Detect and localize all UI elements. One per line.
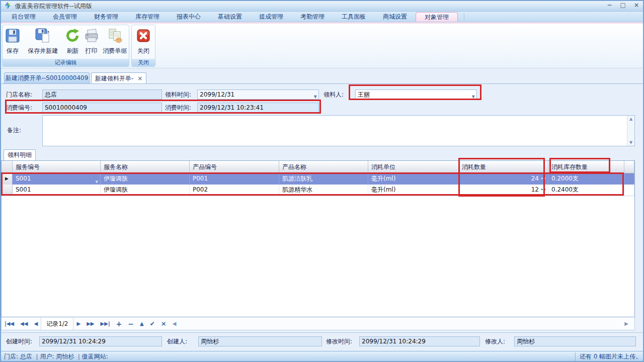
cell-stock-qty[interactable]: 0.2000支	[548, 173, 624, 185]
consume-no-field[interactable]: S0010000409	[42, 103, 162, 113]
menu-tab-finance[interactable]: 财务管理	[86, 12, 127, 22]
cell-product-no[interactable]: P001	[190, 173, 279, 185]
nav-prior-icon[interactable]: ◀	[31, 321, 41, 326]
menu-bar: 前台管理 会员管理 财务管理 库存管理 报表中心 基础设置 提成管理 考勤管理 …	[0, 12, 644, 22]
menu-tab-members[interactable]: 会员管理	[44, 12, 86, 22]
consume-receipt-button[interactable]: 消费单据	[101, 27, 129, 55]
record-count-label: 记录1/2	[41, 318, 73, 330]
print-button[interactable]: 打印	[82, 27, 101, 55]
cell-product-name[interactable]: 肌源精华水	[279, 185, 368, 196]
cell-stock-qty[interactable]: 0.2400支	[548, 185, 624, 196]
nav-collapse-left-icon[interactable]: ◀	[170, 321, 180, 326]
nav-cancel-icon[interactable]: ×	[158, 320, 170, 327]
nav-edit-icon[interactable]: ▲	[137, 321, 147, 326]
close-window-icon[interactable]: ×	[634, 2, 639, 9]
remark-textarea[interactable]: ▲ ▼	[42, 115, 635, 146]
chevron-down-icon[interactable]: ▼	[314, 93, 317, 102]
save-and-new-icon	[35, 28, 51, 44]
nav-prior-page-icon[interactable]: ◀◀	[17, 321, 31, 326]
remark-scrollbar[interactable]: ▲ ▼	[627, 116, 634, 146]
save-and-new-button[interactable]: 保存并新建	[23, 27, 63, 55]
close-red-icon	[135, 28, 151, 44]
doc-tab-material-order-active[interactable]: 新建领料开单- ×	[91, 72, 146, 83]
grid-header-row: 服务编号 服务名称 产品编号 产品名称 消耗单位 消耗数量 消耗库存数量	[2, 161, 634, 173]
ellipsis-editor-icon[interactable]: ··	[541, 173, 546, 184]
tab-material-detail[interactable]: 领料明细	[4, 149, 36, 160]
receipt-icon	[107, 28, 123, 44]
doc-tab-consume-order[interactable]: 新建消费开单--S0010000409	[4, 72, 90, 83]
nav-delete-icon[interactable]: −	[125, 320, 137, 328]
menu-tab-reports[interactable]: 报表中心	[168, 12, 209, 22]
store-name-field[interactable]: 总店	[42, 89, 162, 100]
menu-tab-objects-active[interactable]: 对象管理	[416, 12, 458, 22]
cell-product-name[interactable]: 肌源洁肤乳	[279, 173, 368, 185]
refresh-icon	[64, 28, 80, 44]
menu-tab-tools[interactable]: 工具面板	[333, 12, 374, 22]
minimize-icon[interactable]: −	[607, 2, 612, 9]
created-by-field[interactable]: 周怡杉	[198, 336, 322, 346]
nav-next-icon[interactable]: ▶	[73, 321, 84, 326]
maximize-icon[interactable]: □	[620, 2, 626, 9]
cell-product-no[interactable]: P002	[190, 185, 279, 196]
cell-unit[interactable]: 毫升(ml)	[368, 173, 459, 185]
nav-last-icon[interactable]: ▶▶|	[98, 321, 113, 326]
window-title: 傲蓝美容院管理软件--试用版	[15, 2, 92, 11]
modified-by-field[interactable]: 周怡杉	[514, 336, 636, 346]
nav-insert-icon[interactable]: +	[113, 320, 125, 328]
menu-tab-front-desk[interactable]: 前台管理	[3, 12, 44, 22]
nav-post-icon[interactable]: ✔	[147, 320, 158, 327]
menu-tab-commission[interactable]: 提成管理	[251, 12, 292, 22]
ribbon-toolbar: 保存 保存并新建	[0, 24, 644, 68]
grid-header-service-name[interactable]: 服务名称	[101, 161, 190, 173]
grid-header-qty[interactable]: 消耗数量	[459, 161, 548, 173]
modified-time-label: 修改时间:	[326, 336, 352, 346]
ellipsis-editor-icon[interactable]: ··	[541, 185, 546, 195]
save-button[interactable]: 保存	[3, 27, 23, 55]
grid-header-service-no[interactable]: 服务编号	[13, 161, 101, 173]
nav-first-icon[interactable]: |◀◀	[2, 321, 17, 326]
store-name-label: 门店名称:	[6, 89, 32, 100]
grid-header-empty	[624, 161, 634, 173]
scroll-down-icon[interactable]: ▼	[627, 140, 634, 145]
nav-next-page-icon[interactable]: ▶▶	[84, 321, 97, 326]
grid-header-product-name[interactable]: 产品名称	[279, 161, 368, 173]
pick-time-combo[interactable]: 2099/12/31 ▼	[197, 89, 319, 100]
table-row[interactable]: S001 伊璇调肤 P002 肌源精华水 毫升(ml) 12 ·· 0.2400…	[2, 185, 634, 196]
created-time-label: 创建时间:	[6, 336, 32, 346]
cell-unit[interactable]: 毫升(ml)	[368, 185, 459, 196]
refresh-button[interactable]: 刷新	[63, 27, 82, 55]
cell-service-no[interactable]: S001 ▼	[13, 173, 101, 185]
status-bar: 门店: 总店 ｜用户: 周怡杉 ｜傲蓝网站: 还有 0 幅图片未上传。	[0, 351, 644, 362]
modified-time-field[interactable]: 2099/12/31 10:24:29	[359, 336, 480, 346]
cell-service-no[interactable]: S001	[13, 185, 101, 196]
cell-qty[interactable]: 24 ··	[459, 173, 548, 185]
menu-tab-inventory[interactable]: 库存管理	[127, 12, 168, 22]
picker-combo[interactable]: 王丽 ▼	[355, 89, 477, 100]
menu-tab-attendance[interactable]: 考勤管理	[292, 12, 333, 22]
consume-time-field[interactable]: 2099/12/31 10:23:41	[197, 103, 319, 113]
title-bar: 傲蓝美容院管理软件--试用版 − □ ×	[0, 0, 644, 12]
cell-service-name[interactable]: 伊璇调肤	[101, 185, 190, 196]
close-form-button[interactable]: 关闭	[132, 27, 155, 55]
grid-header-unit[interactable]: 消耗单位	[368, 161, 459, 173]
menu-tab-mall[interactable]: 商城设置	[374, 12, 416, 22]
doc-tab-label: 新建领料开单-	[95, 73, 133, 83]
grid-header-stock-qty[interactable]: 消耗库存数量	[548, 161, 624, 173]
group-label-close: 关闭	[132, 59, 155, 66]
grid-header-product-no[interactable]: 产品编号	[190, 161, 279, 173]
cell-service-name[interactable]: 伊璇调肤	[101, 173, 190, 185]
menu-divider	[464, 13, 464, 20]
cell-qty[interactable]: 12 ··	[459, 185, 548, 196]
table-row-selected[interactable]: ▶ S001 ▼ 伊璇调肤 P001 肌源洁肤乳 毫升(ml) 24 ·· 0.…	[2, 173, 634, 185]
close-tab-icon[interactable]: ×	[137, 73, 142, 83]
created-time-field[interactable]: 2099/12/31 10:24:29	[39, 336, 162, 346]
app-logo-icon	[4, 2, 12, 10]
chevron-down-icon[interactable]: ▼	[96, 177, 98, 185]
audit-fields-row: 创建时间: 2099/12/31 10:24:29 创建人: 周怡杉 修改时间:…	[1, 332, 643, 351]
ribbon-group-close: 关闭 关闭	[131, 25, 155, 67]
save-icon	[5, 28, 21, 44]
menu-tab-settings[interactable]: 基础设置	[209, 12, 251, 22]
chevron-down-icon[interactable]: ▼	[472, 93, 475, 102]
nav-collapse-right-icon[interactable]: ▶	[621, 321, 631, 326]
scroll-up-icon[interactable]: ▲	[627, 117, 634, 121]
